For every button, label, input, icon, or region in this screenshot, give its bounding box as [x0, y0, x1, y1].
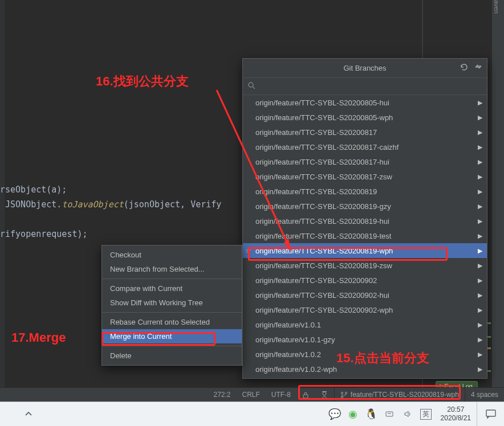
branch-item[interactable]: origin/feature/TTC-SYBL-S20200902-hui▶: [243, 288, 487, 302]
popup-header: Git Branches: [243, 59, 487, 78]
branch-item[interactable]: origin/feature/TTC-SYBL-S20200817-caizhf…: [243, 140, 487, 154]
branch-item[interactable]: origin/feature/TTC-SYBL-S20200819-zsw▶: [243, 258, 487, 273]
taskbar-date: 2020/8/21: [441, 414, 471, 423]
right-tool-maven[interactable]: aven: [493, 0, 500, 14]
branch-item[interactable]: origin/feature/TTC-SYBL-S20200805-hui▶: [243, 95, 487, 110]
menu-item[interactable]: Compare with Current: [102, 281, 242, 296]
tray-wechat-icon[interactable]: ◉: [347, 408, 359, 420]
branch-item[interactable]: origin/feature/v1.0.2▶: [243, 347, 487, 362]
status-lock-icon[interactable]: [296, 388, 315, 402]
submenu-arrow-icon: ▶: [478, 218, 482, 225]
branch-item[interactable]: origin/feature/TTC-SYBL-S20200817▶: [243, 125, 487, 140]
svg-rect-8: [386, 412, 393, 416]
menu-item[interactable]: Delete: [102, 349, 242, 363]
branch-item[interactable]: origin/feature/TTC-SYBL-S20200819▶: [243, 184, 487, 199]
submenu-arrow-icon: ▶: [478, 262, 482, 269]
submenu-arrow-icon: ▶: [478, 158, 482, 166]
status-indent[interactable]: 4 spaces: [465, 388, 504, 402]
branch-label: origin/feature/TTC-SYBL-S20200819: [255, 187, 377, 196]
svg-point-6: [345, 392, 347, 394]
branch-label: origin/feature/TTC-SYBL-S20200805-hui: [255, 99, 389, 107]
right-tool-stripe[interactable]: aven: [491, 0, 504, 402]
branch-item[interactable]: origin/feature/v1.0.1▶: [243, 317, 487, 332]
tray-volume-icon[interactable]: [402, 408, 413, 420]
branch-search-input[interactable]: [259, 82, 482, 91]
status-caret-position[interactable]: 272:2: [208, 388, 236, 402]
submenu-arrow-icon: ▶: [478, 114, 482, 121]
branch-item[interactable]: origin/feature/TTC-SYBL-S20200819-hui▶: [243, 214, 487, 228]
menu-item[interactable]: Rebase Current onto Selected: [102, 315, 242, 329]
branch-label: origin/feature/TTC-SYBL-S20200902-hui: [255, 291, 389, 300]
branch-item[interactable]: origin/feature/v1.0.1-gzy▶: [243, 332, 487, 347]
ide-status-bar: 272:2 CRLF UTF-8 feature/TTC-SYBL-S20200…: [0, 387, 504, 402]
svg-point-5: [341, 392, 343, 394]
menu-separator: [102, 312, 242, 313]
submenu-arrow-icon: ▶: [478, 366, 482, 373]
branch-label: origin/feature/v1.0.1: [255, 321, 321, 329]
tray-qq-icon[interactable]: 🐧: [365, 408, 377, 420]
svg-point-3: [323, 392, 326, 395]
star-icon: ☆: [245, 247, 251, 255]
taskbar-clock[interactable]: 20:57 2020/8/21: [435, 405, 477, 423]
submenu-arrow-icon: ▶: [478, 247, 482, 255]
submenu-arrow-icon: ▶: [478, 306, 482, 314]
branch-item[interactable]: origin/feature/TTC-SYBL-S20200902▶: [243, 273, 487, 288]
status-git-branch[interactable]: feature/TTC-SYBL-S20200819-wph: [334, 388, 465, 402]
submenu-arrow-icon: ▶: [478, 292, 482, 299]
refresh-icon[interactable]: [460, 63, 469, 74]
branch-item[interactable]: origin/feature/v1.0.2-wph▶: [243, 362, 487, 376]
branches-list[interactable]: origin/feature/TTC-SYBL-S20200805-hui▶or…: [243, 95, 487, 378]
branch-item[interactable]: origin/feature/TTC-SYBL-S20200817-zsw▶: [243, 169, 487, 184]
tray-up-icon[interactable]: [23, 408, 34, 420]
menu-item[interactable]: Merge into Current: [102, 329, 242, 343]
branch-label: origin/feature/TTC-SYBL-S20200817: [255, 128, 377, 137]
taskbar-time: 20:57: [441, 405, 471, 414]
branch-context-menu: CheckoutNew Branch from Selected...Compa…: [101, 245, 242, 366]
submenu-arrow-icon: ▶: [478, 232, 482, 240]
submenu-arrow-icon: ▶: [478, 144, 482, 151]
branch-label: origin/feature/TTC-SYBL-S20200817-zsw: [255, 173, 392, 181]
branch-item[interactable]: origin/feature/TTC-SYBL-S20200805-wph▶: [243, 110, 487, 125]
branch-label: origin/feature/TTC-SYBL-S20200819-zsw: [255, 261, 392, 270]
submenu-arrow-icon: ▶: [478, 188, 482, 195]
status-encoding[interactable]: UTF-8: [266, 388, 296, 402]
submenu-arrow-icon: ▶: [478, 129, 482, 136]
branch-label: origin/feature/v1.0.2-wph: [255, 365, 337, 374]
branch-label: origin/feature/TTC-SYBL-S20200902-wph: [255, 306, 393, 314]
svg-rect-4: [322, 391, 327, 392]
tray-chat-icon[interactable]: 💬: [329, 408, 340, 420]
search-icon: [247, 81, 255, 91]
branch-item[interactable]: origin/feature/TTC-SYBL-S20200819-test▶: [243, 228, 487, 243]
windows-taskbar: 💬 ◉ 🐧 英 20:57 2020/8/21: [0, 402, 504, 426]
menu-separator: [102, 278, 242, 279]
branch-item[interactable]: origin/feature/TTC-SYBL-S20200819-gzy▶: [243, 199, 487, 214]
branch-label: origin/feature/TTC-SYBL-S20200805-wph: [255, 113, 393, 122]
branch-label: origin/feature/TTC-SYBL-S20200817-caizhf: [255, 143, 399, 151]
submenu-arrow-icon: ▶: [478, 351, 482, 358]
svg-point-0: [249, 83, 253, 87]
status-line-separator[interactable]: CRLF: [237, 388, 266, 402]
branch-label: origin/feature/TTC-SYBL-S20200819-wph: [255, 247, 393, 255]
submenu-arrow-icon: ▶: [478, 321, 482, 329]
branch-item[interactable]: ☆origin/feature/TTC-SYBL-S20200819-wph▶: [243, 243, 487, 258]
branch-label: origin/feature/v1.0.2: [255, 350, 321, 359]
branch-label: origin/feature/TTC-SYBL-S20200819-test: [255, 232, 391, 240]
tray-ime[interactable]: 英: [420, 409, 432, 420]
tray-network-icon[interactable]: [384, 408, 395, 420]
submenu-arrow-icon: ▶: [478, 277, 482, 284]
submenu-arrow-icon: ▶: [478, 173, 482, 181]
editor-code: rseObject(a); JSONObject.toJavaObject(js…: [0, 182, 221, 241]
collapse-icon[interactable]: [474, 63, 482, 74]
action-center-icon[interactable]: [477, 402, 504, 426]
submenu-arrow-icon: ▶: [478, 99, 482, 106]
menu-item[interactable]: New Branch from Selected...: [102, 262, 242, 276]
menu-separator: [102, 346, 242, 346]
menu-item[interactable]: Show Diff with Working Tree: [102, 296, 242, 310]
menu-item[interactable]: Checkout: [102, 248, 242, 262]
branch-search-row: [243, 78, 487, 95]
popup-title: Git Branches: [343, 64, 386, 72]
branch-item[interactable]: origin/feature/TTC-SYBL-S20200817-hui▶: [243, 154, 487, 169]
svg-rect-10: [486, 410, 495, 416]
branch-item[interactable]: origin/feature/TTC-SYBL-S20200902-wph▶: [243, 302, 487, 317]
status-inspector-icon[interactable]: [315, 388, 334, 402]
